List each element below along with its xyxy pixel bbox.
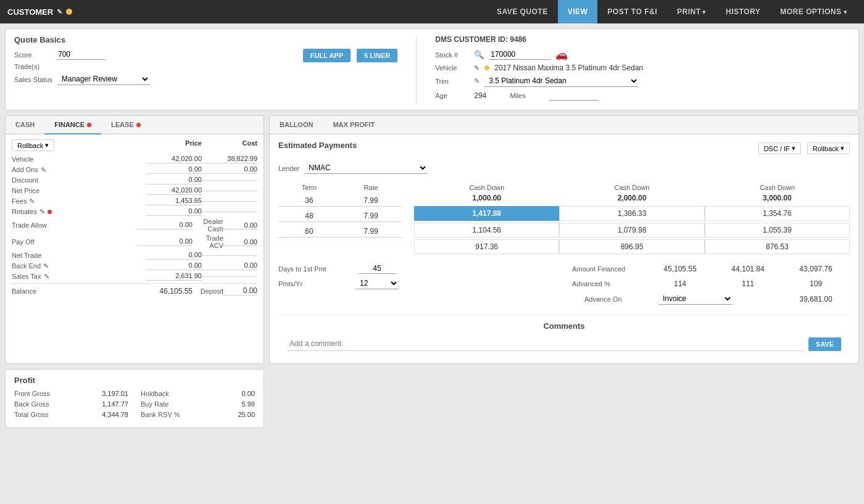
days-pmt-input[interactable] (359, 263, 396, 274)
comments-save-button[interactable]: SAVE (808, 337, 841, 351)
miles-input[interactable] (549, 90, 598, 101)
salestax-edit-icon[interactable]: ✎ (44, 273, 49, 281)
tab-balloon[interactable]: BALLOON (270, 116, 323, 134)
pmts-yr-select[interactable]: 12 (355, 278, 399, 289)
back-gross-label: Back Gross (14, 400, 79, 408)
backend-edit-icon[interactable]: ✎ (43, 262, 49, 270)
amount-financed-label: Amount Financed (572, 265, 646, 273)
front-gross-label: Front Gross (14, 390, 79, 397)
history-button[interactable]: HISTORY (716, 0, 770, 23)
comments-input[interactable] (287, 337, 804, 351)
total-gross-label: Total Gross (14, 411, 79, 418)
profit-title: Profit (14, 376, 255, 385)
sales-status-select[interactable]: Manager Review (57, 73, 150, 85)
tab-cash[interactable]: CASH (6, 116, 44, 134)
payment-48-2000[interactable]: 1,079.98 (559, 223, 704, 238)
customer-label: CUSTOMER (7, 7, 53, 17)
trim-edit-icon[interactable]: ✎ (474, 77, 480, 85)
back-gross-value: 1,147.77 (79, 400, 128, 408)
net-price-row: Net Price 42,020.00 (12, 186, 257, 195)
rate-col-header: Rate (340, 184, 402, 191)
payment-36-1000[interactable]: 1,417.88 (414, 206, 559, 221)
sales-tax-row: Sales Tax ✎ 2,631.90 (12, 272, 257, 281)
tab-lease[interactable]: LEASE (101, 116, 151, 134)
rollback-button[interactable]: Rollback ▾ (12, 139, 54, 151)
quote-basics-layout: Quote Basics Score Trade(s) Sales Status… (14, 35, 850, 104)
payment-48-3000[interactable]: 1,055.39 (705, 223, 850, 238)
addons-edit-icon[interactable]: ✎ (41, 166, 46, 174)
quote-basics-title: Quote Basics (14, 35, 291, 44)
rebates-edit-icon[interactable]: ✎ (39, 208, 45, 216)
trade-label: Trade(s) (14, 63, 51, 70)
post-fi-button[interactable]: POST TO F&I (597, 0, 667, 23)
cash-down-header-1: Cash Down (414, 184, 559, 191)
payment-60-2000[interactable]: 896.95 (559, 239, 704, 254)
right-panel: BALLOON MAX PROFIT Estimated Payments DS… (269, 115, 859, 364)
payment-60-1000[interactable]: 917.36 (414, 239, 559, 254)
score-label: Score (14, 51, 51, 59)
advanced-pct-2: 111 (714, 279, 782, 288)
stock-label: Stock # (435, 51, 469, 59)
advance-on-value: 39,681.00 (782, 295, 850, 304)
customer-edit-icon[interactable]: ✎ (57, 8, 62, 16)
right-tab-bar: BALLOON MAX PROFIT (270, 116, 858, 134)
dsc-if-button[interactable]: DSC / IF ▾ (758, 143, 801, 154)
dms-title: DMS CUSTOMER ID: 9486 (435, 35, 850, 44)
view-button[interactable]: VIEW (558, 0, 598, 23)
print-button[interactable]: PRINT▾ (667, 0, 716, 23)
customer-section: CUSTOMER ✎ (7, 7, 72, 17)
trim-row: Trim ✎ 3.5 Platinum 4dr Sedan (435, 75, 850, 87)
vehicle-status-dot (484, 65, 489, 70)
discount-row: Discount 0.00 (12, 176, 257, 184)
score-input[interactable] (56, 49, 106, 60)
term-36: 36 (278, 196, 340, 207)
front-gross-value: 3,197.01 (79, 390, 128, 397)
customer-status-dot (66, 9, 72, 15)
rate-36: 7.99 (340, 196, 402, 207)
trim-select[interactable]: 3.5 Platinum 4dr Sedan (484, 75, 639, 87)
fees-edit-icon[interactable]: ✎ (29, 197, 35, 205)
lease-dot (136, 123, 141, 127)
payment-60-3000[interactable]: 876.53 (705, 239, 850, 254)
rate-60: 7.99 (340, 227, 402, 238)
search-icon[interactable]: 🔍 (474, 50, 484, 59)
buy-rate-value: 5.99 (206, 400, 255, 408)
front-gross-row: Front Gross 3,197.01 Holdback 0.00 (14, 390, 255, 397)
comments-section: Comments SAVE (278, 315, 850, 357)
cash-down-amount-2: 2,000.00 (559, 194, 704, 202)
five-liner-button[interactable]: 5 LINER (357, 49, 397, 62)
stock-row: Stock # 🔍 🚗 (435, 49, 850, 60)
more-options-button[interactable]: MORE OPTIONS▾ (770, 0, 857, 23)
tabs-section: CASH FINANCE LEASE Rollback ▾ (5, 115, 859, 364)
bank-rsv-label: Bank RSV % (128, 411, 206, 418)
total-gross-row: Total Gross 4,344.78 Bank RSV % 25.00 (14, 411, 255, 418)
sales-status-label: Sales Status (14, 76, 52, 83)
days-pmt-label: Days to 1st Pmt (278, 265, 352, 273)
left-tab-bar: CASH FINANCE LEASE (6, 116, 264, 134)
main-content: Quote Basics Score Trade(s) Sales Status… (0, 23, 864, 433)
left-panel: CASH FINANCE LEASE Rollback ▾ (5, 115, 264, 364)
trade-row: Trade(s) (14, 63, 291, 70)
net-trade-row: Net Trade 0.00 (12, 251, 257, 260)
advance-on-select[interactable]: Invoice (658, 293, 733, 305)
lender-select[interactable]: NMAC (304, 162, 428, 174)
tab-max-profit[interactable]: MAX PROFIT (323, 116, 384, 134)
save-quote-button[interactable]: SAVE QUOTE (487, 0, 558, 23)
cash-down-header-3: Cash Down (705, 184, 850, 191)
payment-48-1000[interactable]: 1,104.56 (414, 223, 559, 238)
advanced-pct-3: 109 (782, 279, 850, 288)
tab-finance[interactable]: FINANCE (44, 116, 101, 134)
full-app-button[interactable]: FULL APP (303, 49, 351, 62)
vehicle-edit-icon[interactable]: ✎ (474, 64, 480, 72)
balance-row: Balance 46,105.55 Deposit 0.00 (12, 286, 257, 295)
stock-input[interactable] (489, 49, 550, 60)
payment-36-3000[interactable]: 1,354.76 (705, 206, 850, 221)
payment-36-2000[interactable]: 1,386.33 (559, 206, 704, 221)
rebates-row: Rebates ✎ 0.00 (12, 207, 257, 216)
lp-header: Rollback ▾ Price Cost (12, 139, 257, 151)
amount-financed-2: 44,101.84 (714, 265, 782, 273)
right-rollback-button[interactable]: Rollback ▾ (807, 143, 850, 154)
advanced-pct-1: 114 (646, 279, 714, 288)
rebates-dot (48, 210, 52, 214)
advance-on-label: Advance On (584, 295, 658, 303)
